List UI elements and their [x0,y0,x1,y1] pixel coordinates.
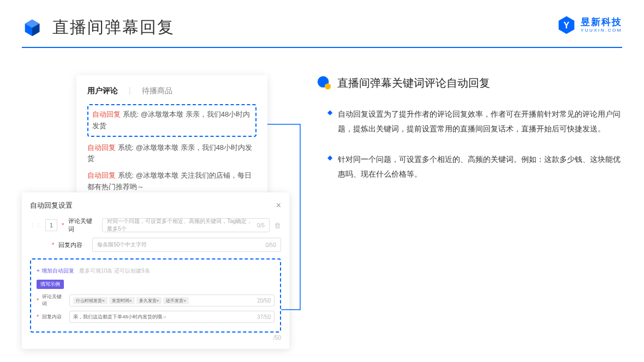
brand-name-cn: 昱新科技 [581,17,622,27]
keyword-tag[interactable]: 多久发货× [136,297,162,304]
example-content-input[interactable]: 亲，我们这边都是下单48小时内发货的哦～ 37/50 [69,311,275,323]
comments-panel: 用户评论 | 待播商品 自动回复 系统: @冰墩墩本墩 亲亲，我们48小时内发货… [76,75,267,209]
cube-icon [22,17,43,38]
auto-reply-settings-panel: 自动回复设置 × ⋮⋮ 1 * 评论关键词 对同一个问题，可设置多个相近、高频的… [22,192,289,349]
svg-text:Y: Y [563,20,569,30]
section-title: 直播间弹幕关键词评论自动回复 [337,76,490,90]
example-badge: 填写示例 [37,280,64,289]
close-icon[interactable]: × [276,201,281,210]
bullet-point: ◆ 针对同一个问题，可设置多个相近的、高频的关键词。例如：这款多少钱、这块能优惠… [317,152,622,181]
index-badge: 1 [45,219,57,231]
content-input[interactable]: 每条限50个中文字符 0/50 [92,238,281,252]
brand-logo: Y 昱新科技 YUUXIN.COM [557,15,622,35]
keyword-input[interactable]: 对同一个问题，可设置多个相近、高频的关键词，Tag确定，最多5个 0/5 [102,218,270,232]
keyword-tag[interactable]: 什么时候发货× [73,297,108,304]
section-header: 直播间弹幕关键词评论自动回复 [317,75,622,90]
page-header: 直播间弹幕回复 [0,0,644,47]
diamond-icon: ◆ [327,154,332,181]
drag-handle-icon[interactable]: ⋮⋮ [30,222,41,228]
add-auto-reply-link[interactable]: + 增加自动回复 [37,268,74,274]
svg-point-2 [325,83,331,89]
settings-title: 自动回复设置 [30,201,73,210]
content-label: 回复内容 [58,241,88,249]
keyword-label: 评论关键词 [68,217,98,233]
bubble-icon [317,75,332,90]
bullet-point: ◆ 自动回复设置为了提升作者的评论回复效率，作者可在开播前针对常见的评论用户问题… [317,107,622,136]
keyword-tag[interactable]: 还不发货× [163,297,189,304]
comment-item: 自动回复 系统: @冰墩墩本墩 关注我们的店铺，每日都有热门推荐哟～ [87,170,257,193]
diamond-icon: ◆ [327,108,332,136]
comment-item: 自动回复 系统: @冰墩墩本墩 亲亲，我们48小时内发货 [87,142,257,165]
trash-icon[interactable]: 🗑 [274,221,281,230]
keyword-tag[interactable]: 发货时间× [109,297,135,304]
page-title: 直播间弹幕回复 [52,16,175,39]
highlighted-comment: 自动回复 系统: @冰墩墩本墩 亲亲，我们48小时内发货 [87,104,257,137]
example-keyword-input[interactable]: 什么时候发货× 发货时间× 多久发货× 还不发货× 20/50 [69,294,275,306]
example-section: + 增加自动回复 最多可填10条 还可以创建9条 填写示例 * 评论关键词 什么… [30,258,281,333]
tab-user-comments[interactable]: 用户评论 [87,86,118,96]
brand-name-en: YUUXIN.COM [581,28,622,33]
tab-pending-products[interactable]: 待播商品 [142,86,172,96]
brand-icon: Y [557,15,576,35]
auto-reply-tag: 自动回复 [92,110,121,118]
